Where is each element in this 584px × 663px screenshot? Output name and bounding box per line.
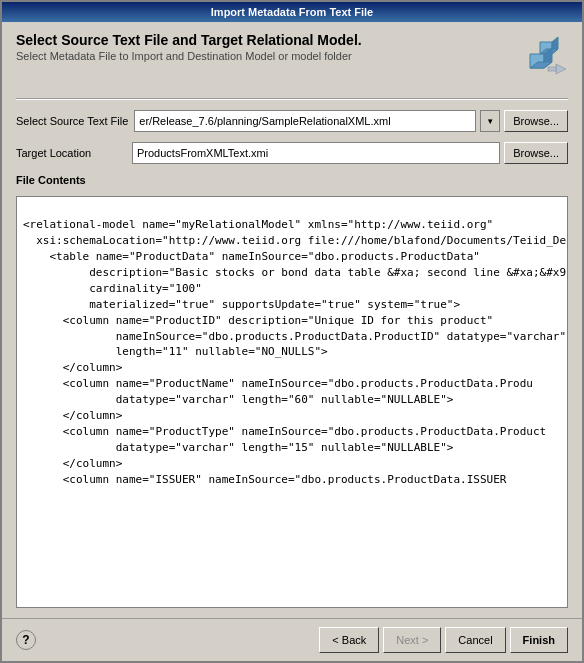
source-file-row: Select Source Text File ▼ Browse... <box>16 110 568 132</box>
target-location-input[interactable] <box>132 142 500 164</box>
source-label: Select Source Text File <box>16 115 128 127</box>
target-input-wrapper: Browse... <box>132 142 568 164</box>
svg-rect-7 <box>548 67 556 71</box>
nav-buttons: < Back Next > Cancel Finish <box>319 627 568 653</box>
header-title: Select Source Text File and Target Relat… <box>16 32 510 48</box>
import-icon <box>522 36 566 80</box>
header-divider <box>16 98 568 100</box>
dialog: Import Metadata From Text File Select So… <box>0 0 584 663</box>
finish-button[interactable]: Finish <box>510 627 568 653</box>
target-label: Target Location <box>16 147 126 159</box>
source-input-wrapper: ▼ Browse... <box>134 110 568 132</box>
next-button[interactable]: Next > <box>383 627 441 653</box>
target-browse-button[interactable]: Browse... <box>504 142 568 164</box>
back-button[interactable]: < Back <box>319 627 379 653</box>
title-bar: Import Metadata From Text File <box>2 2 582 22</box>
header-icon <box>520 34 568 82</box>
cancel-button[interactable]: Cancel <box>445 627 505 653</box>
source-dropdown-arrow[interactable]: ▼ <box>480 110 500 132</box>
header-text: Select Source Text File and Target Relat… <box>16 32 510 62</box>
svg-marker-6 <box>556 64 566 74</box>
dialog-body: Select Source Text File and Target Relat… <box>2 22 582 618</box>
file-contents-area: <relational-model name="myRelationalMode… <box>16 196 568 608</box>
header-section: Select Source Text File and Target Relat… <box>16 32 568 88</box>
help-button[interactable]: ? <box>16 630 36 650</box>
target-location-row: Target Location Browse... <box>16 142 568 164</box>
file-contents-label: File Contents <box>16 174 568 186</box>
source-browse-button[interactable]: Browse... <box>504 110 568 132</box>
window-title: Import Metadata From Text File <box>211 6 373 18</box>
xml-content[interactable]: <relational-model name="myRelationalMode… <box>17 197 567 607</box>
bottom-bar: ? < Back Next > Cancel Finish <box>2 618 582 661</box>
source-file-input[interactable] <box>134 110 476 132</box>
header-subtitle: Select Metadata File to Import and Desti… <box>16 50 510 62</box>
